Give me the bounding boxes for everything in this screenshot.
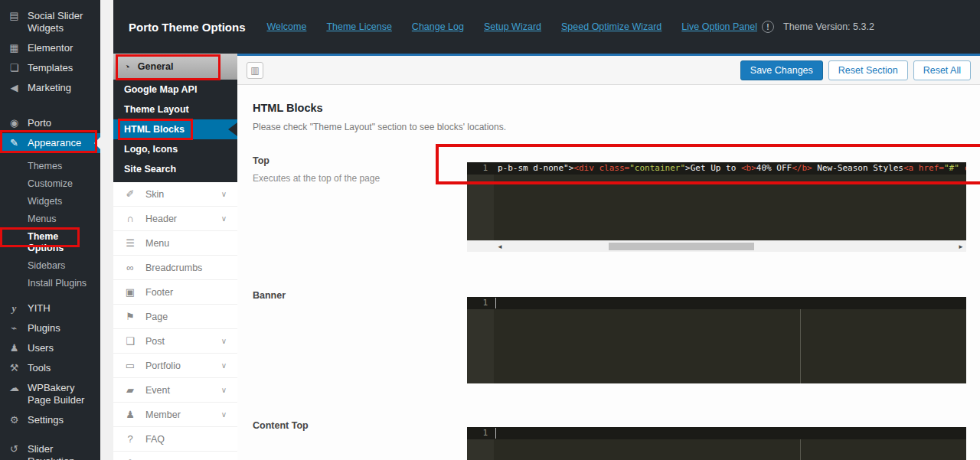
sidebar-item-appearance[interactable]: ✎ Appearance	[0, 133, 100, 153]
nav-item-breadcrumbs[interactable]: ∞ Breadcrumbs	[113, 256, 237, 280]
appearance-icon: ✎	[8, 137, 21, 149]
elementor-icon: ▦	[8, 42, 21, 54]
nav-item-footer[interactable]: ▣ Footer	[113, 280, 237, 305]
submenu-item-customize[interactable]: Customize	[0, 175, 100, 193]
nav-item-post[interactable]: ❑ Post ∨	[113, 329, 237, 354]
section-heading: HTML Blocks	[253, 102, 966, 114]
layout-panel-button[interactable]: ▥	[247, 62, 263, 79]
sidebar-separator	[0, 98, 100, 113]
sidebar-item-users[interactable]: ♟ Users	[0, 338, 100, 358]
sidebar-item-tools[interactable]: ⚒ Tools	[0, 358, 100, 378]
portfolio-icon: ▭	[124, 360, 136, 371]
field-desc-top: Executes at the top of the page	[253, 173, 467, 184]
submenu-item-theme-options[interactable]: Theme Options	[0, 228, 100, 257]
submenu-item-sidebars[interactable]: Sidebars	[0, 257, 100, 275]
nav-item-html-blocks[interactable]: HTML Blocks	[113, 119, 237, 139]
porto-icon: ◉	[8, 117, 21, 129]
field-content-top: Content Top 1	[253, 420, 966, 460]
sidebar-item-wpbakery-page-builder[interactable]: ☁ WPBakery Page Builder	[0, 378, 100, 410]
sidebar-item-elementor[interactable]: ▦ Elementor	[0, 38, 100, 58]
member-person-icon: ♟	[124, 409, 136, 420]
link-change-log[interactable]: Change Log	[412, 21, 464, 32]
nav-item-portfolio[interactable]: ▭ Portfolio ∨	[113, 354, 237, 378]
breadcrumbs-link-icon: ∞	[124, 262, 136, 273]
reset-section-button[interactable]: Reset Section	[828, 60, 908, 80]
nav-item-faq[interactable]: ? FAQ	[113, 427, 237, 452]
text-caret	[495, 298, 496, 308]
link-live-option-panel[interactable]: Live Option Panel	[681, 21, 757, 32]
templates-icon: ❏	[8, 62, 21, 74]
code-line[interactable]: p-b-sm d-none"><div class="container">Ge…	[494, 162, 966, 175]
sidebar-item-marketing[interactable]: ◀ Marketing	[0, 78, 100, 98]
tools-icon: ⚒	[8, 362, 21, 374]
options-nav: ◔ General Google Map API Theme Layout HT…	[113, 54, 237, 460]
scrollbar-thumb[interactable]	[609, 243, 754, 250]
chevron-down-icon: ∨	[221, 214, 227, 223]
field-label-content-top: Content Top	[253, 420, 467, 431]
sidebar-item-yith[interactable]: y YITH	[0, 299, 100, 318]
social-slider-widgets-icon: ▤	[8, 10, 21, 22]
chevron-down-icon: ∨	[221, 337, 227, 345]
nav-item-site-search[interactable]: Site Search	[113, 159, 237, 179]
content-toolbar: ▥ Save Changes Reset Section Reset All	[237, 56, 980, 85]
editor-horizontal-scrollbar[interactable]: ◄ ►	[467, 240, 966, 252]
code-line[interactable]	[494, 297, 966, 309]
sidebar-item-templates[interactable]: ❏ Templates	[0, 58, 100, 78]
editor-body[interactable]	[467, 439, 966, 460]
nav-item-google-map-api[interactable]: Google Map API	[113, 80, 237, 100]
nav-item-menu[interactable]: ☰ Menu	[113, 231, 237, 256]
post-icon: ❑	[124, 335, 136, 347]
nav-item-event[interactable]: ▰ Event ∨	[113, 378, 237, 403]
editor-body[interactable]	[467, 175, 966, 240]
field-label-banner: Banner	[253, 290, 467, 301]
link-speed-optimize-wizard[interactable]: Speed Optimize Wizard	[561, 21, 662, 32]
link-welcome[interactable]: Welcome	[267, 21, 307, 32]
sidebar-separator	[0, 430, 100, 439]
nav-item-partial[interactable]: ✚	[113, 452, 237, 460]
header-icon: ∩	[124, 213, 136, 224]
code-line[interactable]	[494, 427, 966, 439]
line-number: 1	[467, 162, 494, 175]
nav-item-logo-icons[interactable]: Logo, Icons	[113, 139, 237, 159]
settings-icon: ⚙	[8, 414, 21, 426]
reset-all-button[interactable]: Reset All	[913, 60, 971, 80]
scroll-left-arrow-icon[interactable]: ◄	[495, 241, 505, 252]
sidebar-item-plugins[interactable]: ⌁ Plugins	[0, 318, 100, 338]
code-editor-content-top[interactable]: 1	[467, 427, 966, 460]
main-content: ▥ Save Changes Reset Section Reset All H…	[237, 54, 980, 460]
wp-admin-sidebar: ▤ Social Slider Widgets ▦ Elementor ❏ Te…	[0, 0, 100, 460]
chevron-down-icon: ∨	[221, 190, 227, 198]
scroll-right-arrow-icon[interactable]: ►	[956, 241, 966, 252]
event-folder-icon: ▰	[124, 384, 136, 396]
sidebar-item-settings[interactable]: ⚙ Settings	[0, 410, 100, 430]
nav-item-theme-layout[interactable]: Theme Layout	[113, 100, 237, 119]
field-banner: Banner 1	[253, 290, 966, 383]
nav-item-page[interactable]: ⚑ Page	[113, 305, 237, 329]
layout-panel-icon: ▥	[250, 65, 259, 76]
theme-version-label: Theme Version: 5.3.2	[783, 21, 874, 32]
code-editor-top[interactable]: 1 p-b-sm d-none"><div class="container">…	[467, 162, 966, 252]
sidebar-item-slider-revolution[interactable]: ↺ Slider Revolution	[0, 439, 100, 460]
link-theme-license[interactable]: Theme License	[326, 21, 391, 32]
sidebar-item-social-slider-widgets[interactable]: ▤ Social Slider Widgets	[0, 6, 100, 38]
page-bookmark-icon: ⚑	[124, 311, 136, 322]
submenu-item-install-plugins[interactable]: Install Plugins	[0, 275, 100, 292]
admin-background-strip	[100, 0, 113, 460]
submenu-item-widgets[interactable]: Widgets	[0, 193, 100, 210]
editor-body[interactable]	[467, 309, 966, 383]
nav-item-member[interactable]: ♟ Member ∨	[113, 403, 237, 427]
page-title: Porto Theme Options	[129, 21, 246, 34]
theme-options-panel: Porto Theme Options Welcome Theme Licens…	[113, 0, 980, 460]
nav-item-header[interactable]: ∩ Header ∨	[113, 207, 237, 231]
link-setup-wizard[interactable]: Setup Wizard	[484, 21, 541, 32]
save-changes-button[interactable]: Save Changes	[740, 60, 823, 80]
nav-item-general[interactable]: ◔ General	[113, 54, 237, 80]
appearance-submenu: Themes Customize Widgets Menus Theme Opt…	[0, 153, 100, 299]
chevron-down-icon: ∨	[221, 361, 227, 370]
sidebar-item-porto[interactable]: ◉ Porto	[0, 113, 100, 133]
submenu-item-themes[interactable]: Themes	[0, 158, 100, 175]
submenu-item-menus[interactable]: Menus	[0, 210, 100, 228]
code-editor-banner[interactable]: 1	[467, 297, 966, 383]
nav-item-skin[interactable]: ✐ Skin ∨	[113, 182, 237, 207]
chevron-down-icon: ∨	[221, 386, 227, 394]
